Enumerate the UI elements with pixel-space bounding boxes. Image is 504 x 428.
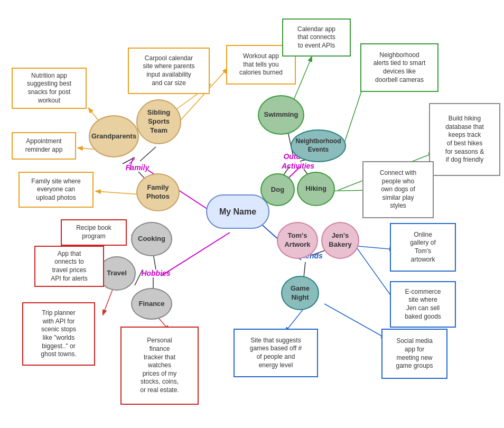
trip-planner-box: Trip planner with API for scenic stops l… bbox=[22, 302, 95, 366]
game-night-node: Game Night bbox=[281, 276, 319, 310]
cooking-node: Cooking bbox=[131, 222, 172, 256]
central-node: My Name bbox=[206, 194, 269, 229]
carpool-box: Carpool calendar site where parents inpu… bbox=[128, 48, 210, 94]
svg-line-35 bbox=[285, 306, 305, 332]
svg-line-34 bbox=[357, 248, 394, 300]
neighborhood-alerts-box: Neighborhood alerts tied to smart device… bbox=[360, 43, 438, 92]
ecommerce-box: E-commerce site where Jen can sell baked… bbox=[390, 281, 456, 328]
connect-dogs-box: Connect with people who own dogs of simi… bbox=[362, 161, 434, 218]
calendar-api-box: Calendar app that connects to event APIs bbox=[282, 18, 351, 57]
social-game-box: Social media app for meeting new game gr… bbox=[381, 329, 447, 379]
recipe-book-box: Recipe book program bbox=[61, 219, 127, 246]
family-label: Family bbox=[116, 161, 158, 174]
neighborhood-events-node: Neightborhood Events bbox=[291, 129, 346, 162]
sibling-node: Sibling Sports Team bbox=[136, 99, 181, 144]
svg-line-7 bbox=[140, 147, 156, 161]
family-photos-node: Family Photos bbox=[136, 173, 180, 211]
appointment-box: Appointment reminder app bbox=[12, 132, 76, 160]
nutrition-app-box: Nutrition app suggesting best snacks for… bbox=[12, 68, 87, 109]
travel-api-box: App that onnects to travel prices API fo… bbox=[34, 246, 104, 287]
grandparents-node: Grandparents bbox=[89, 115, 139, 157]
svg-line-30 bbox=[342, 82, 365, 149]
personal-finance-box: Personal finance tracker that watches pr… bbox=[120, 327, 199, 405]
swimming-node: Swimming bbox=[258, 95, 304, 135]
family-site-box: Family site where everyone can upload ph… bbox=[18, 172, 94, 208]
central-label: My Name bbox=[219, 207, 256, 217]
finance-node: Finance bbox=[131, 288, 172, 320]
hobbies-label: Hobbies bbox=[132, 267, 180, 280]
toms-artwork-node: Tom's Artwork bbox=[277, 222, 318, 259]
hiking-node: Hiking bbox=[297, 172, 335, 206]
svg-line-36 bbox=[324, 304, 386, 338]
games-suggest-box: Site that suggests games based off # of … bbox=[234, 329, 318, 377]
dog-node: Dog bbox=[260, 173, 295, 206]
mindmap-canvas: My Name Family Hobbies Outdoor Activitie… bbox=[0, 0, 504, 428]
tom-gallery-box: Online gallery of Tom's artowork bbox=[390, 223, 456, 272]
svg-line-19 bbox=[304, 262, 305, 277]
hiking-db-box: Build hiking database that keeps track o… bbox=[429, 103, 500, 176]
jens-bakery-node: Jen's Bakery bbox=[321, 222, 359, 259]
